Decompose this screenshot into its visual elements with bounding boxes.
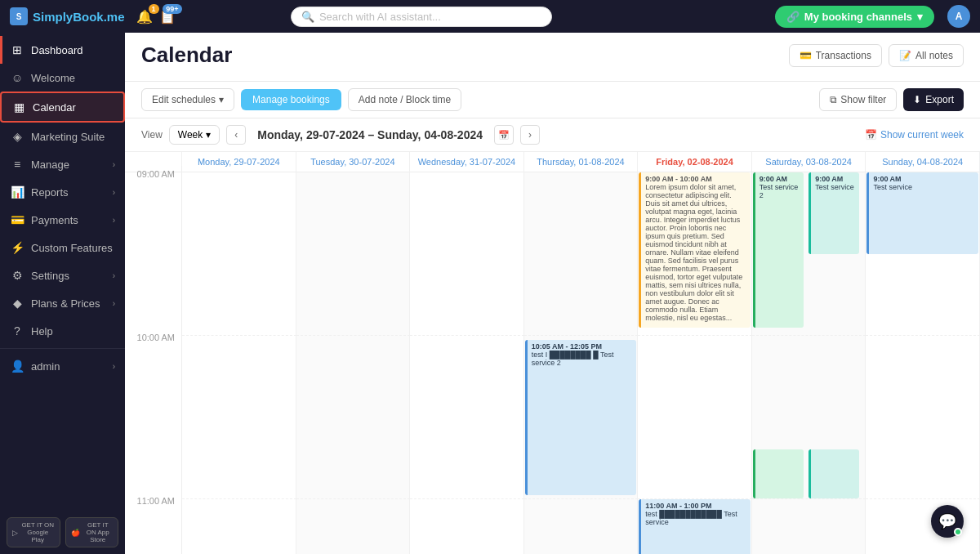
slot-mon-1000[interactable] <box>182 336 296 499</box>
show-current-week-button[interactable]: 📅 Show current week <box>865 129 964 141</box>
transactions-button[interactable]: 💳 Transactions <box>789 44 882 67</box>
slot-sun-1100[interactable] <box>866 499 980 554</box>
slot-wed-1000[interactable] <box>410 336 524 499</box>
sidebar-item-welcome[interactable]: ☺ Welcome <box>0 64 125 92</box>
logo-text: SimplyBook.me <box>33 10 125 24</box>
sidebar-item-reports[interactable]: 📊 Reports › <box>0 178 125 206</box>
manage-bookings-button[interactable]: Manage bookings <box>241 89 341 110</box>
sidebar-nav: ⊞ Dashboard ☺ Welcome ▦ Calendar ◈ Marke… <box>0 33 125 511</box>
sidebar-item-payments[interactable]: 💳 Payments › <box>0 206 125 234</box>
event-fri-900[interactable]: 9:00 AM - 10:00 AM Lorem ipsum dolor sit… <box>639 172 751 328</box>
slot-tue-1000[interactable] <box>296 336 411 499</box>
edit-schedules-button[interactable]: Edit schedules ▾ <box>141 88 234 111</box>
app-store-button[interactable]: 🍎 GET IT ON App Store <box>65 517 119 547</box>
slot-thu-900[interactable] <box>524 172 639 336</box>
slot-thu-1100[interactable] <box>524 499 639 554</box>
avatar[interactable]: A <box>947 5 970 28</box>
sidebar-label-plans: Plans & Prices <box>31 297 100 310</box>
event-sat-1000[interactable] <box>753 449 804 498</box>
event-fri-1100[interactable]: 11:00 AM - 1:00 PM test ████████████ Tes… <box>639 499 751 554</box>
content-area: Calendar 💳 Transactions 📝 All notes Edit… <box>125 33 980 554</box>
chat-bubble[interactable]: 💬 <box>931 505 964 538</box>
edit-chevron-icon: ▾ <box>219 94 224 105</box>
toolbar: Edit schedules ▾ Manage bookings Add not… <box>125 82 980 118</box>
my-booking-channels-button[interactable]: 🔗 My booking channels ▾ <box>775 6 934 28</box>
reports-chevron-icon: › <box>113 188 115 197</box>
content-header: Calendar 💳 Transactions 📝 All notes <box>125 33 980 82</box>
slot-sat-1100[interactable] <box>752 499 866 554</box>
settings-icon: ⚙ <box>10 269 24 282</box>
day-header-mon[interactable]: Monday, 29-07-2024 <box>182 152 296 172</box>
event-sat-900a[interactable]: 9:00 AM Test service 2 <box>753 172 804 328</box>
day-header-tue[interactable]: Tuesday, 30-07-2024 <box>296 152 411 172</box>
calendar-grid: Monday, 29-07-2024 Tuesday, 30-07-2024 W… <box>125 152 980 554</box>
add-note-button[interactable]: Add note / Block time <box>348 88 461 111</box>
day-header-wed[interactable]: Wednesday, 31-07-2024 <box>410 152 524 172</box>
slot-fri-900[interactable]: 9:00 AM - 10:00 AM Lorem ipsum dolor sit… <box>638 172 752 336</box>
week-chevron-icon: ▾ <box>206 129 211 141</box>
slot-sat-1000[interactable] <box>752 336 866 499</box>
day-header-sat[interactable]: Saturday, 03-08-2024 <box>752 152 866 172</box>
edit-schedules-label: Edit schedules <box>152 94 216 105</box>
export-button[interactable]: ⬇ Export <box>903 88 964 111</box>
slot-tue-900[interactable] <box>296 172 411 336</box>
prev-week-button[interactable]: ‹ <box>226 125 246 145</box>
booking-chevron-icon: ▾ <box>917 11 923 23</box>
event-thu-1005[interactable]: 10:05 AM - 12:05 PM test I ████████ █ Te… <box>525 340 637 495</box>
event-title-sat2: Test service <box>815 183 855 191</box>
slot-sat-900[interactable]: 9:00 AM Test service 2 9:00 AM Test serv… <box>752 172 866 336</box>
notification-bell[interactable]: 🔔 1 <box>136 9 153 25</box>
sidebar-item-dashboard[interactable]: ⊞ Dashboard <box>0 36 125 64</box>
chat-icon: 💬 <box>938 512 956 530</box>
next-week-button[interactable]: › <box>520 125 540 145</box>
day-header-thu[interactable]: Thursday, 01-08-2024 <box>524 152 639 172</box>
calendar-badge[interactable]: 📋 99+ <box>159 9 176 25</box>
event-sun-900[interactable]: 9:00 AM Test service <box>866 172 978 254</box>
event-title-fri11: test ████████████ Test service <box>645 510 746 526</box>
sidebar-item-calendar[interactable]: ▦ Calendar <box>0 92 125 123</box>
logo[interactable]: S SimplyBook.me <box>10 7 125 25</box>
reports-icon: 📊 <box>10 185 24 199</box>
transactions-icon: 💳 <box>800 50 812 61</box>
slot-sun-900[interactable]: 9:00 AM Test service <box>866 172 980 336</box>
google-play-icon: ▷ <box>12 529 18 537</box>
day-header-fri[interactable]: Friday, 02-08-2024 <box>638 152 752 172</box>
slot-tue-1100[interactable] <box>296 499 411 554</box>
slot-wed-1100[interactable] <box>410 499 524 554</box>
sidebar-item-settings[interactable]: ⚙ Settings › <box>0 261 125 289</box>
event-sat-1000b[interactable] <box>808 449 859 498</box>
show-current-label: Show current week <box>880 129 964 141</box>
slot-fri-1000[interactable] <box>638 336 752 499</box>
event-sat-900b[interactable]: 9:00 AM Test service <box>808 172 859 254</box>
all-notes-button[interactable]: 📝 All notes <box>889 44 964 67</box>
sidebar-item-help[interactable]: ? Help <box>0 317 125 345</box>
add-note-label: Add note / Block time <box>359 94 451 105</box>
slot-thu-1000[interactable]: 10:05 AM - 12:05 PM test I ████████ █ Te… <box>524 336 639 499</box>
event-time-sun: 9:00 AM <box>873 175 974 183</box>
sidebar-item-plans[interactable]: ◆ Plans & Prices › <box>0 289 125 317</box>
plans-icon: ◆ <box>10 297 24 310</box>
slot-fri-1100[interactable]: 11:00 AM - 1:00 PM test ████████████ Tes… <box>638 499 752 554</box>
show-filter-button[interactable]: ⧉ Show filter <box>819 88 897 111</box>
google-play-button[interactable]: ▷ GET IT ONGoogle Play <box>7 517 60 547</box>
search-bar[interactable]: 🔍 Search with AI assistant... <box>291 7 552 27</box>
calendar-picker-icon[interactable]: 📅 <box>494 125 514 145</box>
sidebar-label-settings: Settings <box>31 270 69 282</box>
day-header-sun[interactable]: Sunday, 04-08-2024 <box>866 152 980 172</box>
all-notes-label: All notes <box>915 50 953 61</box>
top-header: S SimplyBook.me 🔔 1 📋 99+ 🔍 Search with … <box>0 0 980 33</box>
week-selector[interactable]: Week ▾ <box>169 125 220 145</box>
sidebar-item-admin[interactable]: 👤 admin › <box>0 352 125 380</box>
slot-mon-1100[interactable] <box>182 499 296 554</box>
sidebar-label-manage: Manage <box>31 159 69 171</box>
slot-sun-1000[interactable] <box>866 336 980 499</box>
app-store-label: GET IT ON App Store <box>83 521 114 543</box>
sidebar-item-manage[interactable]: ≡ Manage › <box>0 150 125 178</box>
sidebar-item-custom[interactable]: ⚡ Custom Features <box>0 234 125 261</box>
slot-wed-900[interactable] <box>410 172 524 336</box>
sidebar-footer: ▷ GET IT ONGoogle Play 🍎 GET IT ON App S… <box>0 511 125 554</box>
show-current-icon: 📅 <box>865 129 877 141</box>
slot-mon-900[interactable] <box>182 172 296 336</box>
plans-chevron-icon: › <box>113 299 115 308</box>
sidebar-item-marketing[interactable]: ◈ Marketing Suite <box>0 123 125 150</box>
